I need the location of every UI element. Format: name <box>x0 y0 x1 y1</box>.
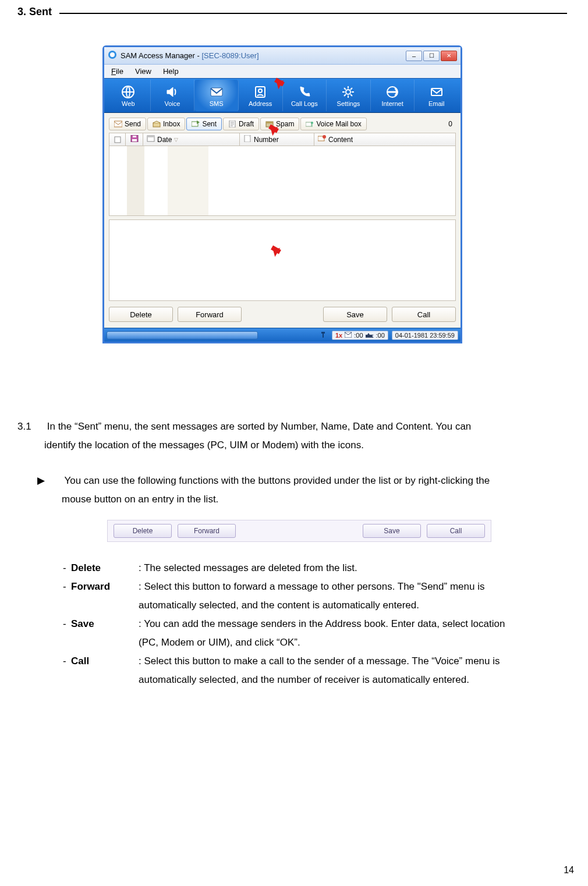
def-call-text: : Select this button to make a call to t… <box>139 652 579 689</box>
dash: - <box>63 559 71 577</box>
title-bar[interactable]: SAM Access Manager - [SEC-8089:User] <box>104 47 461 65</box>
forward-button[interactable]: Forward <box>178 307 242 322</box>
menu-file[interactable]: File <box>111 67 123 76</box>
content-icon <box>318 135 326 144</box>
tab-draft-label: Draft <box>239 120 254 128</box>
def-save-text: : You can add the message senders in the… <box>139 615 579 652</box>
ribbon-email-label: Email <box>428 100 445 107</box>
tab-voicemail-label: Voice Mail box <box>316 120 361 128</box>
ribbon-internet-label: Internet <box>381 100 403 107</box>
save-button-sample[interactable]: Save <box>363 524 421 538</box>
tab-inbox[interactable]: Inbox <box>147 118 185 130</box>
ribbon-web[interactable]: Web <box>107 80 151 111</box>
globe-icon <box>120 84 136 100</box>
tab-send[interactable]: Send <box>109 118 146 130</box>
draft-icon <box>228 121 236 127</box>
svg-rect-19 <box>133 136 136 137</box>
spacer <box>242 524 357 538</box>
scroll-handle[interactable] <box>107 331 258 339</box>
tab-spam-label: Spam <box>276 120 294 128</box>
def-call: - Call : Select this button to make a ca… <box>63 652 579 689</box>
def-delete-name: Delete <box>71 559 139 577</box>
header-checkbox[interactable] <box>109 133 126 146</box>
call-button-sample[interactable]: Call <box>427 524 485 538</box>
grid-col-stripe <box>144 146 168 215</box>
window-buttons <box>406 51 457 61</box>
def-forward: - Forward : Select this button to forwar… <box>63 577 579 615</box>
paragraph-3-1: 3.1 In the “Sent” menu, the sent message… <box>17 417 571 455</box>
svg-rect-18 <box>132 139 137 141</box>
bullet-line2: mouse button on an entry in the list. <box>62 494 218 505</box>
menu-help[interactable]: Help <box>163 67 179 76</box>
dash: - <box>63 652 71 689</box>
app-icon <box>108 50 117 61</box>
maximize-button[interactable] <box>423 51 440 61</box>
status-count1: :00 <box>354 332 363 339</box>
def-delete: - Delete : The selected messages are del… <box>63 559 579 577</box>
status-1x: 1x <box>335 332 342 339</box>
section-underline <box>59 13 567 14</box>
header-date-label: Date <box>157 136 172 144</box>
grid-col-stripe <box>168 146 208 215</box>
detail-pane[interactable] <box>109 219 456 301</box>
count-zero: 0 <box>448 120 456 128</box>
grid-body[interactable] <box>109 146 456 216</box>
ribbon-voice[interactable]: Voice <box>151 80 195 111</box>
def-save-name: Save <box>71 615 139 652</box>
dash: - <box>63 615 71 652</box>
header-number-label: Number <box>254 136 279 144</box>
def-delete-text: : The selected messages are deleted from… <box>139 559 579 577</box>
tab-sent[interactable]: Sent <box>186 118 222 130</box>
header-save[interactable] <box>126 133 143 146</box>
def-forward-text: : Select this button to forward a messag… <box>139 577 579 615</box>
ribbon-sms-label: SMS <box>210 100 224 107</box>
section-number: 3. <box>17 6 26 17</box>
sms-tabs: Send Inbox Sent Draft Spam Voice Mail bo… <box>109 116 456 132</box>
def-call-b: automatically selected, and the number o… <box>139 671 579 689</box>
app-subtitle: [SEC-8089:User] <box>201 51 258 60</box>
save-button[interactable]: Save <box>323 307 387 322</box>
app-title: SAM Access Manager - [SEC-8089:User] <box>121 51 259 60</box>
delete-button-sample[interactable]: Delete <box>114 524 172 538</box>
status-clock: 04-01-1981 23:59:59 <box>392 331 458 340</box>
def-save-b: (PC, Modem or UIM), and click “OK”. <box>139 633 579 652</box>
svg-point-4 <box>258 89 262 93</box>
header-date[interactable]: Date ▽ <box>143 133 240 146</box>
action-row: Delete Forward Save Call <box>109 307 456 322</box>
ribbon-email[interactable]: Email <box>415 80 458 111</box>
tab-voicemail[interactable]: Voice Mail box <box>300 118 366 130</box>
header-content[interactable]: Content <box>314 133 455 146</box>
address-book-icon <box>252 84 268 100</box>
def-call-name: Call <box>71 652 139 689</box>
speaker-icon <box>164 84 180 100</box>
minimize-button[interactable] <box>406 51 422 61</box>
inbox-icon <box>153 121 161 127</box>
button-strip-illustration: Delete Forward Save Call <box>107 520 491 542</box>
close-button[interactable] <box>441 51 457 61</box>
envelope-mini-icon <box>345 332 352 339</box>
sent-icon <box>192 121 200 127</box>
ribbon-voice-label: Voice <box>164 100 180 107</box>
ribbon-calllogs[interactable]: Call Logs <box>283 80 327 111</box>
section-title: Sent <box>29 6 52 17</box>
envelope-small-icon <box>114 121 122 127</box>
svg-rect-16 <box>115 137 121 143</box>
header-number[interactable]: Number <box>240 133 314 146</box>
bullet-line1: You can use the following functions with… <box>64 475 490 486</box>
definitions-list: - Delete : The selected messages are del… <box>63 559 579 689</box>
svg-rect-7 <box>431 88 442 95</box>
forward-button-sample[interactable]: Forward <box>178 524 236 538</box>
call-button[interactable]: Call <box>392 307 456 322</box>
tab-draft[interactable]: Draft <box>223 118 259 130</box>
ribbon-web-label: Web <box>122 100 134 107</box>
dash: - <box>63 577 71 615</box>
tab-sent-label: Sent <box>202 120 217 128</box>
delete-button[interactable]: Delete <box>109 307 173 322</box>
def-forward-a: : Select this button to forward a messag… <box>139 581 484 592</box>
menu-view[interactable]: View <box>135 67 151 76</box>
ribbon-settings[interactable]: Settings <box>327 80 371 111</box>
envelope-icon <box>208 84 225 100</box>
ribbon-sms[interactable]: SMS <box>194 80 239 111</box>
header-content-label: Content <box>328 136 353 144</box>
ribbon-internet[interactable]: Internet <box>371 80 415 111</box>
